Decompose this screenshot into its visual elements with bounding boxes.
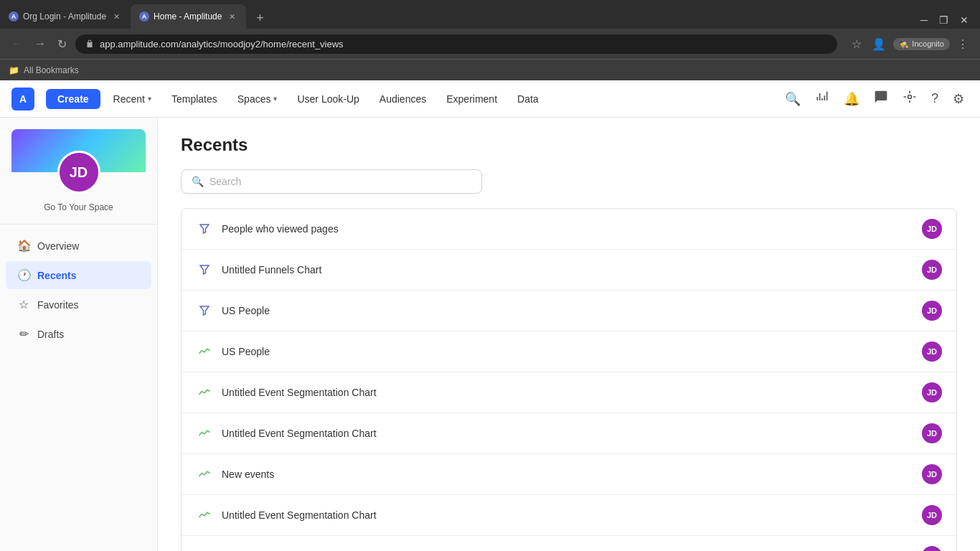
segment-icon — [196, 507, 213, 524]
maximize-button[interactable]: ❐ — [936, 14, 951, 26]
window-controls: ─ ❐ ✕ — [918, 14, 980, 29]
segment-icon — [196, 343, 213, 360]
toolbar-icons: ☆ 👤 🕵 Incognito ⋮ — [849, 34, 971, 54]
item-owner-avatar: JD — [922, 464, 942, 484]
tab-home[interactable]: A Home - Amplitude ✕ — [131, 4, 246, 29]
back-button[interactable]: ← — [9, 34, 26, 53]
main-content: JD Go To Your Space 🏠 Overview 🕐 Recents… — [0, 118, 980, 551]
incognito-label: Incognito — [912, 39, 944, 48]
analytics-icon[interactable] — [811, 85, 834, 112]
url-bar[interactable]: app.amplitude.com/analytics/moodjoy2/hom… — [75, 34, 837, 54]
list-item[interactable]: People who viewed pagesJD — [182, 209, 956, 250]
tab-org-title: Org Login - Amplitude — [23, 11, 106, 22]
sidebar-profile: JD Go To Your Space — [0, 118, 157, 225]
amplitude-logo[interactable]: A — [11, 88, 34, 110]
list-item[interactable]: US PeopleJD — [182, 291, 956, 331]
list-item[interactable]: Untitled Event Segmentation ChartJD — [182, 372, 956, 413]
nav-item-user-lookup[interactable]: User Look-Up — [290, 89, 366, 109]
recents-title: Recents — [181, 135, 957, 155]
item-owner-avatar: JD — [922, 382, 942, 402]
bookmarks-label: All Bookmarks — [24, 65, 79, 75]
profile-toolbar-icon[interactable]: 👤 — [869, 34, 889, 54]
tab-org-favicon: A — [9, 11, 19, 22]
chat-icon[interactable] — [870, 85, 892, 112]
search-bar-icon: 🔍 — [192, 176, 204, 187]
funnel-icon — [196, 261, 213, 278]
sidebar-item-recents[interactable]: 🕐 Recents — [6, 261, 151, 289]
list-item[interactable]: New eventsJD — [182, 454, 956, 495]
nav-item-recent[interactable]: Recent ▾ — [106, 89, 159, 109]
clock-icon: 🕐 — [17, 268, 30, 282]
funnel-icon — [196, 220, 213, 237]
list-item[interactable]: New eventsJD — [182, 536, 956, 551]
create-button[interactable]: Create — [46, 89, 100, 109]
tab-org[interactable]: A Org Login - Amplitude ✕ — [0, 4, 131, 29]
incognito-icon: 🕵 — [899, 39, 909, 49]
item-owner-avatar: JD — [922, 423, 942, 443]
item-name: Untitled Event Segmentation Chart — [222, 509, 922, 521]
avatar[interactable]: JD — [57, 151, 100, 194]
nav-item-data[interactable]: Data — [510, 89, 546, 109]
item-owner-avatar: JD — [922, 301, 942, 321]
search-bar[interactable]: 🔍 — [181, 169, 482, 194]
close-window-button[interactable]: ✕ — [957, 14, 971, 26]
item-name: Untitled Funnels Chart — [222, 264, 922, 276]
item-owner-avatar: JD — [922, 546, 942, 551]
app: A Create Recent ▾ Templates Spaces ▾ Use… — [0, 80, 980, 551]
browser-chrome: A Org Login - Amplitude ✕ A Home - Ampli… — [0, 0, 980, 80]
top-nav: A Create Recent ▾ Templates Spaces ▾ Use… — [0, 80, 980, 118]
item-owner-avatar: JD — [922, 342, 942, 362]
item-owner-avatar: JD — [922, 260, 942, 280]
recents-panel: Recents 🔍 People who viewed pagesJD Unti… — [158, 118, 980, 551]
sidebar-nav: 🏠 Overview 🕐 Recents ☆ Favorites ✏ Draft… — [0, 225, 157, 355]
reload-button[interactable]: ↻ — [55, 34, 70, 54]
item-name: People who viewed pages — [222, 223, 922, 235]
menu-button[interactable]: ⋮ — [954, 34, 971, 54]
lock-icon — [85, 39, 94, 48]
new-tab-button[interactable]: + — [249, 7, 270, 29]
tab-bar: A Org Login - Amplitude ✕ A Home - Ampli… — [0, 0, 980, 29]
recents-list: People who viewed pagesJD Untitled Funne… — [181, 208, 957, 551]
search-input[interactable] — [209, 176, 471, 187]
settings-icon[interactable]: ⚙ — [948, 87, 969, 111]
item-name: US People — [222, 346, 922, 357]
forward-button[interactable]: → — [32, 34, 49, 53]
nav-item-templates[interactable]: Templates — [164, 89, 225, 109]
tab-home-favicon: A — [139, 11, 149, 22]
list-item[interactable]: US PeopleJD — [182, 331, 956, 372]
spaces-arrow-icon: ▾ — [273, 95, 277, 103]
sidebar-item-overview[interactable]: 🏠 Overview — [6, 232, 151, 260]
list-item[interactable]: Untitled Event Segmentation ChartJD — [182, 495, 956, 536]
tab-home-close[interactable]: ✕ — [226, 11, 237, 22]
item-name: Untitled Event Segmentation Chart — [222, 428, 922, 439]
star-icon: ☆ — [17, 298, 30, 311]
sidebar-item-drafts[interactable]: ✏ Drafts — [6, 320, 151, 348]
nav-item-experiment[interactable]: Experiment — [439, 89, 504, 109]
tab-org-close[interactable]: ✕ — [110, 11, 122, 22]
help-icon[interactable]: ? — [927, 87, 943, 110]
address-bar: ← → ↻ app.amplitude.com/analytics/moodjo… — [0, 29, 980, 59]
pencil-icon: ✏ — [17, 327, 30, 341]
svg-point-0 — [908, 95, 911, 99]
tab-home-title: Home - Amplitude — [154, 11, 222, 22]
go-to-space-link[interactable]: Go To Your Space — [44, 202, 113, 212]
sidebar-item-favorites[interactable]: ☆ Favorites — [6, 291, 151, 319]
star-toolbar-icon[interactable]: ☆ — [849, 34, 864, 54]
sidebar: JD Go To Your Space 🏠 Overview 🕐 Recents… — [0, 118, 158, 551]
nav-item-spaces[interactable]: Spaces ▾ — [230, 89, 285, 109]
house-icon: 🏠 — [17, 239, 30, 253]
item-name: New events — [222, 468, 922, 480]
url-text: app.amplitude.com/analytics/moodjoy2/hom… — [100, 39, 344, 50]
search-icon[interactable]: 🔍 — [781, 87, 805, 111]
notification-icon[interactable]: 🔔 — [839, 87, 864, 111]
item-owner-avatar: JD — [922, 505, 942, 525]
list-item[interactable]: Untitled Funnels ChartJD — [182, 250, 956, 291]
minimize-button[interactable]: ─ — [918, 14, 930, 26]
bookmarks-bar: 📁 All Bookmarks — [0, 59, 980, 80]
crosshair-icon[interactable] — [898, 85, 921, 112]
list-item[interactable]: Untitled Event Segmentation ChartJD — [182, 413, 956, 454]
recent-arrow-icon: ▾ — [148, 95, 151, 103]
nav-item-audiences[interactable]: Audiences — [372, 89, 433, 109]
bookmarks-folder-icon: 📁 — [9, 65, 19, 75]
item-owner-avatar: JD — [922, 219, 942, 239]
